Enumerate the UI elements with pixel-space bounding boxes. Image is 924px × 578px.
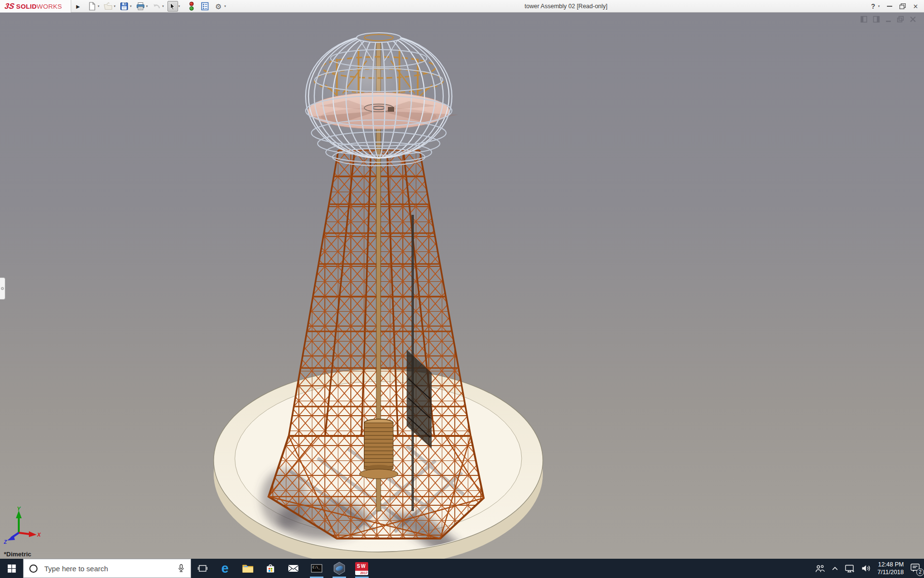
options-button[interactable]: ⚙ [213, 1, 224, 12]
windows-taskbar: e C:\_ SW 20 [0, 559, 924, 578]
open-dropdown-caret[interactable]: ▾ [114, 4, 116, 8]
triad-x-label: X [37, 532, 41, 538]
print-button[interactable] [135, 1, 146, 12]
triad-z-label: Z [3, 539, 7, 544]
clock-date: 7/11/2018 [877, 568, 904, 576]
triad-y-label: Y [17, 506, 21, 512]
search-input[interactable] [43, 564, 172, 573]
open-button[interactable] [103, 1, 114, 12]
taskbar-mail[interactable] [282, 559, 305, 578]
svg-text:C:\_: C:\_ [312, 565, 320, 569]
mail-icon [288, 564, 299, 573]
start-button[interactable] [0, 559, 23, 578]
pane-right-icon[interactable] [873, 16, 880, 23]
logo-text-works: WORKS [37, 3, 62, 10]
taskbar-solidworks[interactable]: SW 2017 [350, 559, 373, 578]
titlebar: 3S SOLIDWORKS ▶ ▾ ▾ ▾ ▾ ▾ ▾ [0, 0, 924, 13]
open-folder-icon [103, 2, 113, 11]
action-center-button[interactable]: 2 [911, 563, 920, 574]
select-dropdown-caret[interactable]: ▾ [179, 4, 180, 8]
taskbar-file-explorer[interactable] [236, 559, 259, 578]
network-icon[interactable] [845, 564, 855, 573]
windows-logo-icon [8, 565, 16, 573]
orientation-triad: Y X Z [1, 506, 41, 544]
undo-button[interactable] [151, 1, 162, 12]
rebuild-traffic-light-icon [187, 1, 196, 11]
edge-icon: e [221, 562, 229, 575]
view-orientation-label: *Dimetric [4, 551, 31, 558]
logo-text-solid: SOLID [16, 3, 37, 10]
close-button[interactable]: ✕ [913, 3, 918, 10]
system-tray: 12:48 PM 7/11/2018 2 [815, 559, 924, 578]
task-view-icon [198, 565, 207, 572]
options-gear-icon: ⚙ [215, 3, 221, 10]
solidworks-2017-icon: SW 2017 [355, 562, 368, 575]
volume-icon[interactable] [861, 565, 871, 572]
dassault-3ds-logo-icon: 3S [4, 2, 15, 11]
3d-viewer-hexagon-icon [333, 562, 346, 575]
restore-doc-icon[interactable] [897, 16, 904, 23]
undo-arrow-icon [152, 2, 161, 11]
new-document-icon [88, 2, 96, 11]
save-floppy-icon [120, 2, 128, 11]
featuremanager-collapsed-tab[interactable] [0, 277, 5, 300]
taskbar-command-prompt[interactable]: C:\_ [305, 559, 328, 578]
document-title: tower Assembly 02 [Read-only] [525, 0, 607, 13]
save-dropdown-caret[interactable]: ▾ [130, 4, 132, 8]
taskbar-store[interactable] [259, 559, 282, 578]
microphone-icon[interactable] [178, 564, 185, 573]
taskbar-clock[interactable]: 12:48 PM 7/11/2018 [877, 561, 904, 577]
clock-time: 12:48 PM [877, 561, 904, 568]
toolbar-flyout-arrow-icon[interactable]: ▶ [73, 0, 83, 13]
print-dropdown-caret[interactable]: ▾ [146, 4, 148, 8]
close-doc-icon[interactable] [910, 16, 916, 23]
quick-access-toolbar: ▾ ▾ ▾ ▾ ▾ ▾ ⚙ ▾ [85, 0, 228, 13]
minimize-button[interactable] [887, 6, 892, 7]
taskbar-edge[interactable]: e [214, 559, 236, 578]
tower-assembly-model [0, 13, 924, 559]
options-dropdown-caret[interactable]: ▾ [224, 4, 226, 8]
help-button[interactable]: ? [871, 2, 875, 10]
task-view-button[interactable] [191, 559, 214, 578]
save-button[interactable] [119, 1, 129, 12]
notification-badge: 2 [916, 568, 924, 576]
rebuild-button[interactable] [186, 1, 197, 12]
file-properties-icon [201, 2, 209, 11]
people-icon[interactable] [815, 565, 825, 573]
cortana-icon [29, 565, 38, 573]
new-document-button[interactable] [87, 1, 97, 12]
pane-left-icon[interactable] [860, 16, 868, 23]
window-controls: ? ▾ ✕ [871, 0, 918, 13]
select-cursor-icon [168, 2, 177, 11]
document-window-controls [860, 16, 916, 23]
solidworks-window: 3S SOLIDWORKS ▶ ▾ ▾ ▾ ▾ ▾ ▾ [0, 0, 924, 578]
file-properties-button[interactable] [200, 1, 210, 12]
select-button[interactable] [167, 1, 178, 12]
taskbar-search[interactable] [23, 559, 191, 578]
minimize-doc-icon[interactable] [886, 16, 892, 23]
solidworks-logo: 3S SOLIDWORKS [0, 0, 71, 13]
graphics-area[interactable]: Y X Z *Dimetric [0, 13, 924, 559]
center-coil [359, 419, 398, 479]
taskbar-3d-viewer[interactable] [328, 559, 350, 578]
print-icon [136, 2, 145, 11]
new-dropdown-caret[interactable]: ▾ [98, 4, 100, 8]
panel-tab-dot-icon [1, 287, 4, 290]
file-explorer-icon [242, 564, 254, 573]
store-icon [265, 564, 276, 573]
electrode-dome [306, 33, 458, 166]
command-prompt-icon: C:\_ [311, 564, 322, 573]
tray-chevron-up-icon[interactable] [832, 566, 838, 571]
restore-button[interactable] [899, 3, 906, 9]
help-dropdown-caret[interactable]: ▾ [878, 4, 880, 8]
undo-dropdown-caret[interactable]: ▾ [162, 4, 164, 8]
